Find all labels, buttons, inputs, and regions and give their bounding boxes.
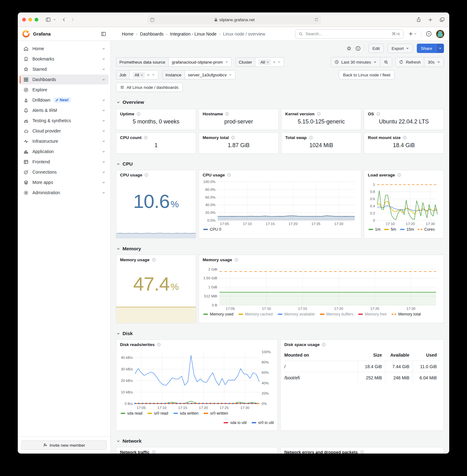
sidebar-item-dashboards[interactable]: Dashboards	[20, 75, 108, 84]
share-button[interactable]: Share	[417, 44, 444, 53]
info-icon[interactable]	[234, 258, 238, 262]
info-icon[interactable]	[322, 343, 326, 347]
address-bar[interactable]: sliplane.grafana.net	[147, 15, 321, 24]
refresh-interval-picker[interactable]: 30s	[424, 57, 444, 67]
sidebar-item-cloud-provider[interactable]: Cloud provider	[20, 126, 108, 136]
info-icon[interactable]	[397, 173, 401, 177]
sidebar-item-alerts-irm[interactable]: Alerts & IRM	[20, 105, 108, 115]
panel-cpu-usage-stat[interactable]: CPU usage 10.6 %	[116, 170, 196, 238]
info-icon[interactable]	[227, 173, 231, 177]
all-dashboards-button[interactable]: All Linux node / dashboards	[116, 83, 183, 92]
section-overview[interactable]: Overview	[117, 99, 444, 106]
back-to-fleet-button[interactable]: Back to Linux node / fleet	[339, 70, 394, 79]
section-cpu[interactable]: CPU	[117, 161, 444, 167]
col-size[interactable]: Size	[358, 353, 385, 358]
panel-network-traffic[interactable]: Network traffic	[116, 447, 278, 454]
instance-filter[interactable]: Instance server_1a3ufgsoibcv	[162, 70, 236, 79]
brand-name[interactable]: Grafana	[33, 31, 51, 36]
sidebar-item-more-apps[interactable]: More apps	[20, 177, 108, 187]
info-icon[interactable]	[360, 450, 364, 454]
panel-disk-reads-writes[interactable]: Disk reads/writes 17:0517:1017:1517:2017…	[116, 339, 278, 431]
sidebar-item-starred[interactable]: Starred	[20, 64, 108, 74]
grafana-logo-icon[interactable]	[22, 30, 30, 38]
info-icon[interactable]	[152, 450, 156, 454]
panel-memory-usage-stat[interactable]: Memory usage 47.4 %	[116, 255, 196, 323]
clear-filter-icon[interactable]: ×	[273, 60, 276, 65]
sidebar-item-testing-synthetics[interactable]: Testing & synthetics	[20, 116, 108, 126]
tab-overview-icon[interactable]	[440, 17, 445, 22]
stat-panel-root-mount[interactable]: Root mount size 18.4 GiB	[364, 132, 444, 154]
sidebar-collapse-icon[interactable]	[101, 31, 106, 36]
chevron-down-icon[interactable]	[53, 18, 56, 21]
info-icon[interactable]	[403, 136, 407, 140]
stat-panel-hostname[interactable]: Hostname prod-server	[199, 109, 279, 130]
sidebar-item-explore[interactable]: Explore	[20, 85, 108, 95]
reader-icon[interactable]	[150, 17, 155, 22]
load-average-chart[interactable]: 17:1017:2017:3000.20.40.60.81	[368, 179, 440, 227]
job-value-chip[interactable]: All×	[133, 72, 145, 78]
star-dashboard-icon[interactable]	[346, 46, 352, 51]
stat-panel-uptime[interactable]: Uptime 5 months, 0 weeks	[116, 109, 196, 130]
sidebar-item-application[interactable]: Application	[20, 147, 108, 156]
disk-reads-writes-chart[interactable]: 17:0517:1017:1517:2017:2517:300 B/s10 kB…	[120, 349, 274, 411]
new-tab-icon[interactable]	[428, 17, 433, 22]
zoom-window-button[interactable]	[35, 18, 38, 22]
cluster-value-chip[interactable]: All×	[258, 59, 271, 65]
stat-panel-total-swap[interactable]: Total swap 1024 MiB	[281, 132, 361, 154]
sidebar-item-administration[interactable]: Administration	[20, 188, 108, 198]
panel-disk-space-usage[interactable]: Disk space usage Mounted on Size Availab…	[280, 339, 444, 431]
user-avatar[interactable]	[436, 30, 444, 38]
job-filter[interactable]: Job All× ×	[116, 70, 158, 79]
search-input[interactable]: Search... ⌘+k	[295, 29, 403, 39]
clear-filter-icon[interactable]: ×	[147, 73, 150, 77]
sidebar-item-connections[interactable]: Connections	[20, 167, 108, 177]
export-button[interactable]: Export	[388, 44, 413, 53]
stat-panel-memory-total[interactable]: Memory total 1.87 GiB	[199, 132, 279, 154]
forward-button[interactable]	[70, 17, 75, 22]
cluster-filter[interactable]: Cluster All× ×	[235, 57, 284, 67]
section-disk[interactable]: Disk	[117, 330, 444, 337]
zoom-out-time-button[interactable]	[380, 57, 392, 67]
browser-sidebar-icon[interactable]	[45, 17, 51, 22]
breadcrumb-integration[interactable]: Integration - Linux Node	[170, 31, 216, 36]
info-icon[interactable]	[309, 136, 313, 140]
info-icon[interactable]	[144, 136, 148, 140]
share-menu-chevron[interactable]	[436, 44, 444, 53]
info-icon[interactable]	[152, 258, 156, 262]
reload-icon[interactable]	[314, 17, 319, 22]
panel-load-average[interactable]: Load average 17:1017:2017:3000.20.40.60.…	[364, 170, 444, 238]
sidebar-item-frontend[interactable]: Frontend	[20, 157, 108, 167]
section-network[interactable]: Network	[117, 438, 444, 445]
memory-usage-chart[interactable]: 17:0517:1017:1517:2017:2517:300 B512 MiB…	[203, 264, 440, 311]
col-available[interactable]: Available	[385, 353, 412, 358]
remove-value-icon[interactable]: ×	[267, 60, 269, 65]
stat-panel-kernel[interactable]: Kernel version 5.15.0-125-generic	[281, 109, 361, 130]
panel-network-errors[interactable]: Network errors and dropped packets	[280, 447, 444, 454]
info-icon[interactable]	[231, 136, 235, 140]
minimize-window-button[interactable]	[28, 18, 32, 22]
remove-value-icon[interactable]: ×	[141, 73, 143, 77]
breadcrumb-home[interactable]: Home	[122, 31, 133, 36]
edit-button[interactable]: Edit	[368, 44, 384, 53]
sidebar-item-bookmarks[interactable]: Bookmarks	[20, 54, 108, 64]
breadcrumb-dashboards[interactable]: Dashboards	[140, 31, 164, 36]
info-icon[interactable]	[317, 112, 321, 116]
cpu-usage-chart[interactable]: 17:0517:1017:1517:2017:2517:300.0%20.0%4…	[203, 179, 358, 227]
info-icon[interactable]	[376, 112, 380, 116]
col-used[interactable]: Used	[412, 353, 440, 358]
back-button[interactable]	[62, 17, 66, 22]
help-icon[interactable]: ?	[426, 31, 432, 37]
info-icon[interactable]	[144, 173, 148, 177]
panel-cpu-usage-timeseries[interactable]: CPU usage 17:0517:1017:1517:2017:2517:30…	[199, 170, 361, 238]
panel-memory-usage-timeseries[interactable]: Memory usage 17:0517:1017:1517:2017:2517…	[199, 255, 444, 323]
info-icon[interactable]	[157, 343, 161, 347]
share-page-icon[interactable]	[416, 17, 421, 22]
col-mounted-on[interactable]: Mounted on	[284, 353, 358, 358]
close-window-button[interactable]	[22, 18, 26, 22]
dashboard-info-icon[interactable]	[355, 46, 361, 51]
section-memory[interactable]: Memory	[117, 245, 444, 252]
sidebar-item-drilldown[interactable]: Drilldown New!	[20, 95, 108, 105]
time-range-picker[interactable]: Last 30 minutes	[331, 57, 380, 67]
invite-new-member-button[interactable]: Invite new member	[22, 440, 107, 450]
info-icon[interactable]	[225, 112, 229, 116]
